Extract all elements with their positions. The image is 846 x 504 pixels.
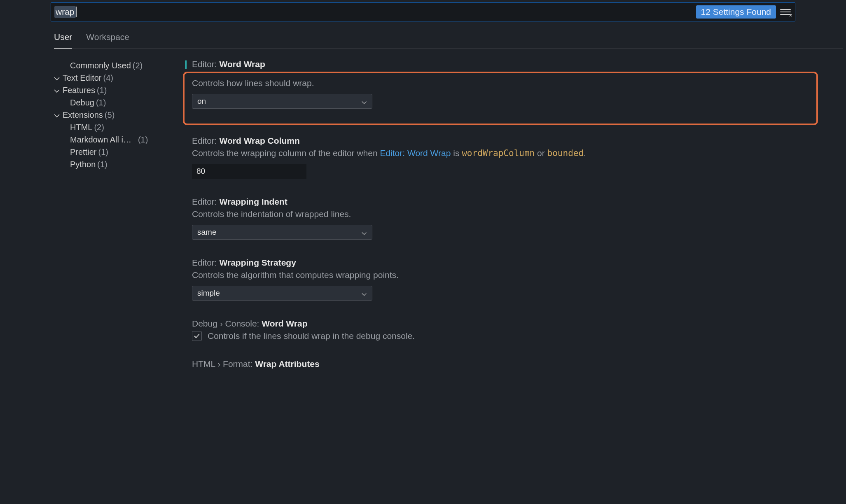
tree-item-prettier[interactable]: Prettier (1) — [44, 146, 176, 158]
select-value: on — [197, 97, 206, 106]
setting-description: Controls the indentation of wrapped line… — [192, 209, 818, 219]
setting-description: Controls if the lines should wrap in the… — [208, 331, 415, 341]
tree-item-python[interactable]: Python (1) — [44, 158, 176, 170]
settings-list: Editor: Word Wrap Controls how lines sho… — [176, 59, 843, 371]
setting-debug-console-word-wrap: Debug › Console: Word Wrap Controls if t… — [192, 319, 818, 341]
setting-editor-wrapping-indent: Editor: Wrapping Indent Controls the ind… — [192, 197, 818, 240]
setting-heading: Editor: Wrapping Strategy — [192, 258, 818, 268]
setting-heading: HTML › Format: Wrap Attributes — [192, 359, 818, 369]
setting-heading: Editor: Word Wrap — [192, 59, 818, 69]
setting-heading: Editor: Wrapping Indent — [192, 197, 818, 207]
debug-console-wrap-checkbox[interactable] — [192, 331, 202, 341]
wrapping-strategy-select[interactable]: simple — [192, 286, 372, 301]
tree-item-features[interactable]: Features (1) — [44, 84, 176, 96]
modified-indicator — [185, 60, 187, 69]
word-wrap-select[interactable]: on — [192, 94, 372, 109]
search-input-wrapper[interactable]: wrap — [54, 6, 692, 18]
chevron-down-icon — [54, 87, 60, 93]
settings-scope-tabs: User Workspace — [54, 32, 843, 49]
word-wrap-column-input[interactable] — [192, 164, 306, 179]
select-value: simple — [197, 289, 220, 298]
tree-item-debug[interactable]: Debug (1) — [44, 96, 176, 109]
tree-item-markdown-all-in-one[interactable]: Markdown All i… (1) — [44, 133, 176, 146]
chevron-down-icon — [361, 229, 367, 235]
text-cursor — [76, 7, 77, 17]
wrapping-indent-select[interactable]: same — [192, 225, 372, 240]
settings-tree: Commonly Used (2) Text Editor (4) Featur… — [44, 59, 176, 371]
select-value: same — [197, 228, 216, 237]
setting-description: Controls how lines should wrap. — [192, 78, 809, 88]
tree-item-text-editor[interactable]: Text Editor (4) — [44, 72, 176, 84]
tree-item-commonly-used[interactable]: Commonly Used (2) — [44, 59, 176, 72]
check-icon — [194, 333, 200, 339]
filter-icon[interactable]: ✕ — [780, 7, 791, 16]
chevron-down-icon — [54, 112, 60, 118]
setting-html-format-wrap-attributes: HTML › Format: Wrap Attributes — [192, 359, 818, 369]
setting-description: Controls the wrapping column of the edit… — [192, 148, 818, 158]
setting-editor-word-wrap-column: Editor: Word Wrap Column Controls the wr… — [192, 136, 818, 179]
settings-search-bar: wrap 12 Settings Found ✕ — [51, 2, 795, 21]
tab-workspace[interactable]: Workspace — [86, 32, 129, 48]
setting-heading: Editor: Word Wrap Column — [192, 136, 818, 146]
highlight-frame: Controls how lines should wrap. on — [183, 72, 818, 125]
setting-editor-word-wrap: Editor: Word Wrap Controls how lines sho… — [192, 59, 818, 125]
chevron-down-icon — [361, 98, 367, 104]
tree-item-html[interactable]: HTML (2) — [44, 121, 176, 133]
setting-editor-wrapping-strategy: Editor: Wrapping Strategy Controls the a… — [192, 258, 818, 301]
search-query-text: wrap — [54, 6, 76, 18]
chevron-down-icon — [361, 290, 367, 296]
results-count-badge: 12 Settings Found — [696, 5, 776, 19]
tree-item-extensions[interactable]: Extensions (5) — [44, 109, 176, 121]
setting-link[interactable]: Editor: Word Wrap — [380, 148, 451, 158]
chevron-down-icon — [54, 75, 60, 81]
setting-description: Controls the algorithm that computes wra… — [192, 270, 818, 280]
tab-user[interactable]: User — [54, 32, 72, 49]
setting-heading: Debug › Console: Word Wrap — [192, 319, 818, 329]
